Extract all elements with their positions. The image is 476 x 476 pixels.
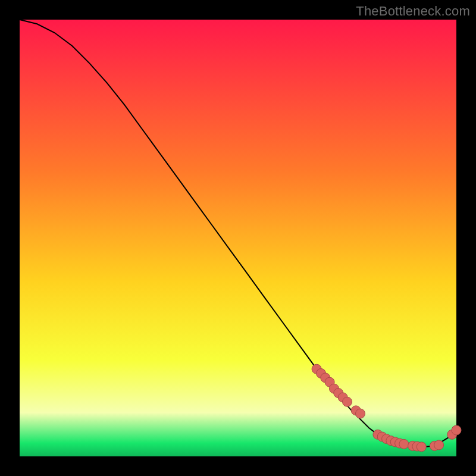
plot-background	[20, 20, 456, 456]
watermark-text: TheBottleneck.com	[356, 4, 470, 19]
data-marker	[416, 442, 426, 452]
data-marker	[343, 397, 352, 406]
data-marker	[356, 409, 365, 418]
chart-svg	[0, 0, 476, 476]
data-marker	[399, 439, 409, 449]
data-marker	[434, 440, 444, 450]
chart-stage: TheBottleneck.com	[0, 0, 476, 476]
data-marker	[452, 425, 461, 435]
